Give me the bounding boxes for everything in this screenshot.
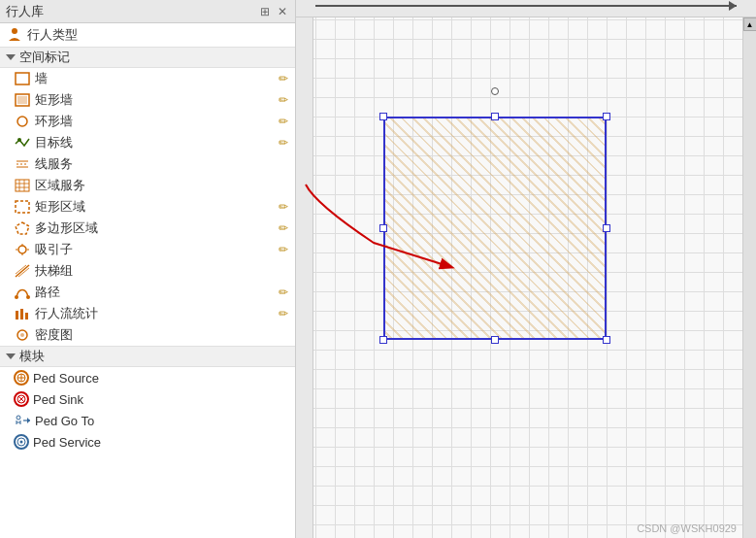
escalator-icon bbox=[14, 262, 31, 280]
left-panel: 行人库 ⊞ ✕ 行人类型 空间标记 bbox=[0, 0, 296, 538]
panel-title: 行人库 bbox=[6, 3, 44, 20]
arc-wall-edit-icon[interactable]: ✏ bbox=[276, 114, 291, 129]
svg-rect-28 bbox=[25, 313, 28, 319]
density-icon bbox=[14, 326, 31, 344]
svg-rect-14 bbox=[16, 201, 29, 213]
handle-top-left[interactable] bbox=[379, 113, 387, 120]
sidebar-item-arc-wall[interactable]: 环形墙 ✏ bbox=[0, 111, 295, 132]
handle-bottom-left[interactable] bbox=[379, 336, 387, 344]
flow-stats-label: 行人流统计 bbox=[35, 305, 276, 322]
handle-bottom-right[interactable] bbox=[603, 336, 610, 344]
section-spatial-header[interactable]: 空间标记 bbox=[0, 47, 295, 68]
svg-point-30 bbox=[20, 333, 24, 337]
spatial-triangle-icon bbox=[6, 54, 16, 60]
shape-top-circle bbox=[491, 87, 499, 95]
close-panel-icon[interactable]: ✕ bbox=[276, 5, 289, 18]
svg-point-25 bbox=[26, 295, 30, 299]
grid-view-icon[interactable]: ⊞ bbox=[258, 5, 272, 18]
arc-wall-icon bbox=[14, 113, 31, 130]
flow-stats-edit-icon[interactable]: ✏ bbox=[276, 306, 291, 321]
area-service-icon bbox=[14, 177, 31, 194]
sidebar-item-density[interactable]: 密度图 bbox=[0, 324, 295, 346]
attractor-label: 吸引子 bbox=[35, 241, 276, 258]
watermark: CSDN @WSKH0929 bbox=[637, 522, 737, 534]
svg-line-21 bbox=[16, 265, 29, 277]
attractor-edit-icon[interactable]: ✏ bbox=[276, 242, 291, 257]
sidebar-item-path[interactable]: 路径 ✏ bbox=[0, 282, 295, 303]
ped-goto-label: Ped Go To bbox=[35, 414, 291, 428]
sidebar-item-target-line[interactable]: 目标线 ✏ bbox=[0, 132, 295, 153]
svg-point-41 bbox=[20, 441, 23, 444]
svg-rect-26 bbox=[16, 311, 18, 319]
poly-area-label: 多边形区域 bbox=[35, 219, 276, 237]
panel-content: 行人类型 空间标记 墙 ✏ 矩形墙 bbox=[0, 23, 295, 538]
sidebar-item-poly-area[interactable]: 多边形区域 ✏ bbox=[0, 218, 295, 239]
ruler-vertical bbox=[296, 17, 313, 538]
ped-service-icon bbox=[14, 434, 29, 450]
scroll-bar-right[interactable]: ▲ bbox=[742, 17, 756, 538]
canvas-shape[interactable] bbox=[383, 117, 607, 340]
poly-area-icon bbox=[14, 219, 31, 237]
section-module-label: 模块 bbox=[19, 348, 45, 365]
sidebar-item-ped-goto[interactable]: Ped Go To bbox=[0, 410, 295, 431]
handle-top-mid[interactable] bbox=[491, 113, 499, 120]
svg-rect-9 bbox=[16, 180, 29, 191]
path-edit-icon[interactable]: ✏ bbox=[276, 285, 291, 300]
person-type-label: 行人类型 bbox=[27, 26, 289, 44]
sidebar-item-ped-service[interactable]: Ped Service bbox=[0, 431, 295, 453]
wall-label: 墙 bbox=[35, 70, 276, 87]
wall-edit-icon[interactable]: ✏ bbox=[276, 71, 291, 86]
line-service-icon bbox=[14, 155, 31, 173]
panel-header: 行人库 ⊞ ✕ bbox=[0, 0, 295, 23]
sidebar-item-wall[interactable]: 墙 ✏ bbox=[0, 68, 295, 89]
rect-area-edit-icon[interactable]: ✏ bbox=[276, 199, 291, 215]
target-line-edit-icon[interactable]: ✏ bbox=[276, 135, 291, 151]
handle-bottom-mid[interactable] bbox=[491, 336, 499, 344]
svg-point-5 bbox=[17, 138, 21, 142]
ped-service-label: Ped Service bbox=[33, 435, 291, 450]
ped-sink-icon bbox=[14, 391, 29, 407]
ruler-arrow-icon bbox=[315, 5, 737, 7]
sidebar-item-attractor[interactable]: 吸引子 ✏ bbox=[0, 239, 295, 260]
scroll-up-button[interactable]: ▲ bbox=[743, 17, 757, 31]
attractor-icon bbox=[14, 241, 31, 258]
escalator-label: 扶梯组 bbox=[35, 262, 291, 280]
svg-rect-27 bbox=[20, 309, 23, 319]
rect-area-label: 矩形区域 bbox=[35, 198, 276, 216]
svg-point-16 bbox=[18, 246, 26, 253]
sidebar-item-rect-area[interactable]: 矩形区域 ✏ bbox=[0, 196, 295, 218]
svg-rect-1 bbox=[16, 73, 29, 84]
wall-icon bbox=[14, 70, 31, 87]
svg-point-4 bbox=[17, 117, 27, 126]
sidebar-item-person-type[interactable]: 行人类型 bbox=[0, 23, 295, 47]
svg-point-24 bbox=[15, 295, 18, 299]
poly-area-edit-icon[interactable]: ✏ bbox=[276, 220, 291, 236]
svg-point-37 bbox=[16, 416, 20, 420]
target-line-label: 目标线 bbox=[35, 134, 276, 151]
path-icon bbox=[14, 284, 31, 301]
sidebar-item-ped-source[interactable]: Ped Source bbox=[0, 367, 295, 388]
ped-sink-label: Ped Sink bbox=[33, 392, 291, 407]
handle-top-right[interactable] bbox=[603, 113, 610, 120]
module-triangle-icon bbox=[6, 353, 16, 359]
ped-goto-icon bbox=[14, 413, 31, 428]
area-service-label: 区域服务 bbox=[35, 177, 291, 194]
target-line-icon bbox=[14, 134, 31, 151]
sidebar-item-line-service[interactable]: 线服务 bbox=[0, 153, 295, 175]
sidebar-item-flow-stats[interactable]: 行人流统计 ✏ bbox=[0, 303, 295, 324]
section-module-header[interactable]: 模块 bbox=[0, 346, 295, 367]
person-type-icon bbox=[6, 26, 23, 44]
sidebar-item-area-service[interactable]: 区域服务 bbox=[0, 175, 295, 196]
rect-area-icon bbox=[14, 198, 31, 216]
rect-wall-edit-icon[interactable]: ✏ bbox=[276, 92, 291, 108]
handle-mid-left[interactable] bbox=[379, 224, 387, 232]
svg-rect-3 bbox=[17, 96, 27, 104]
density-label: 密度图 bbox=[35, 326, 291, 344]
ruler-horizontal bbox=[296, 0, 756, 17]
svg-marker-39 bbox=[27, 418, 30, 423]
sidebar-item-rect-wall[interactable]: 矩形墙 ✏ bbox=[0, 89, 295, 111]
sidebar-item-escalator[interactable]: 扶梯组 bbox=[0, 260, 295, 282]
svg-point-0 bbox=[12, 28, 17, 34]
handle-mid-right[interactable] bbox=[603, 224, 610, 232]
sidebar-item-ped-sink[interactable]: Ped Sink bbox=[0, 388, 295, 410]
